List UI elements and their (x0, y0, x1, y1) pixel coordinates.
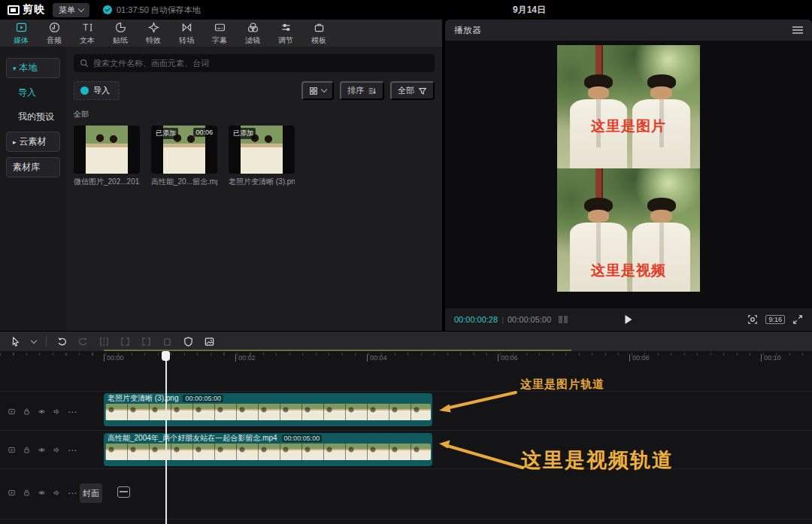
timeline-clip-image[interactable]: 老照片变清晰 (3).png 00:00:05:00 (104, 393, 432, 426)
sidebar-item-presets[interactable]: 我的预设 (6, 108, 60, 126)
sidebar-item-import[interactable]: 导入 (6, 83, 60, 102)
sort-button[interactable]: 排序 (340, 81, 384, 100)
track-type-icon[interactable] (8, 407, 16, 416)
ruler-tick: 00:08 (629, 354, 650, 362)
mask-shield-icon[interactable] (183, 336, 194, 347)
eye-icon[interactable] (38, 407, 46, 416)
undo-icon[interactable] (56, 336, 68, 347)
view-mode-button[interactable] (301, 81, 334, 100)
chevron-down-icon (321, 86, 327, 92)
tab-templates[interactable]: 模板 (302, 20, 335, 47)
autosave-text: 01:37:50 自动保存本地 (117, 5, 201, 16)
caret-right-icon: ▸ (13, 138, 17, 146)
toolbar-divider (46, 336, 47, 347)
more-options-icon[interactable]: ⋯ (68, 448, 77, 453)
speaker-icon[interactable] (53, 407, 61, 416)
track-header-empty: ⋯ (8, 488, 77, 498)
tab-adjust[interactable]: 调节 (269, 20, 302, 47)
text-icon (81, 21, 94, 34)
player-right-controls: 9:16 (747, 314, 803, 325)
media-grid: 微信图片_202...2013.jpg 已添加 00:06 高性能_20...留… (74, 126, 435, 187)
track-divider (0, 430, 812, 431)
sidebar-label: 云素材 (20, 135, 47, 148)
fit-scan-icon[interactable] (747, 314, 758, 325)
track-header-video: ⋯ (8, 445, 77, 455)
play-button[interactable] (626, 315, 632, 324)
player-menu-icon[interactable] (792, 24, 803, 35)
player-panel: 播放器 这里是图片 这里是视频 (445, 20, 812, 331)
playhead-handle[interactable] (162, 351, 170, 361)
lock-icon[interactable] (23, 445, 31, 455)
more-options-icon[interactable]: ⋯ (68, 491, 77, 495)
added-badge: 已添加 (231, 128, 256, 139)
end-frame-icon[interactable] (117, 486, 130, 498)
tab-effects[interactable]: 特效 (137, 20, 170, 47)
grid-view-icon (309, 86, 318, 95)
aspect-ratio-button[interactable]: 9:16 (765, 315, 785, 324)
redo-icon[interactable] (77, 336, 89, 347)
annotation-image-track: 这里是图片轨道 (520, 377, 604, 392)
speaker-icon[interactable] (53, 445, 61, 455)
split-icon[interactable] (98, 336, 110, 347)
cover-button[interactable]: 封面 (80, 483, 102, 503)
media-thumbnail[interactable]: 已添加 00:06 (151, 126, 217, 174)
import-button[interactable]: 导入 (74, 81, 120, 100)
select-cursor-icon[interactable] (11, 336, 22, 347)
tab-text[interactable]: 文本 (71, 20, 104, 47)
eye-icon[interactable] (38, 445, 46, 455)
eye-icon[interactable] (38, 488, 46, 498)
media-item[interactable]: 微信图片_202...2013.jpg (74, 126, 140, 187)
track-divider (0, 391, 812, 392)
delete-left-icon[interactable] (120, 336, 131, 347)
ruler-tick: 00:06 (498, 354, 518, 362)
timeline-ruler[interactable]: 00:00 00:02 00:04 00:06 00:08 00:10 (0, 351, 812, 365)
speaker-icon[interactable] (53, 488, 61, 498)
tab-captions[interactable]: 字幕 (203, 20, 236, 47)
media-tab-bar: 媒体 音频 文本 贴纸 特效 (0, 20, 442, 47)
media-thumbnail[interactable] (74, 126, 140, 174)
player-header: 播放器 (445, 20, 812, 41)
logo-icon (8, 5, 20, 15)
adjust-sliders-icon (280, 21, 292, 34)
tab-filters[interactable]: 滤镜 (236, 20, 269, 47)
menu-button[interactable]: 菜单 (53, 3, 89, 17)
lock-icon[interactable] (23, 407, 31, 416)
added-badge: 已添加 (153, 128, 178, 139)
sidebar-item-cloud[interactable]: ▸ 云素材 (6, 132, 60, 152)
media-thumbnail[interactable]: 已添加 (229, 126, 295, 174)
search-input[interactable] (74, 54, 435, 72)
media-icon (15, 21, 28, 34)
preview-quality-icon[interactable] (559, 316, 568, 323)
lock-icon[interactable] (23, 488, 31, 498)
tab-audio[interactable]: 音频 (38, 20, 71, 47)
arrow-to-video-track (439, 441, 450, 449)
playhead-line[interactable] (165, 351, 167, 524)
clip-title-row: 高性能_2004年_两个好朋友站在一起合影留念.mp4 00:00:05:00 (104, 433, 432, 444)
filter-button[interactable]: 全部 (390, 81, 435, 100)
image-frame-icon[interactable] (204, 336, 215, 347)
delete-icon[interactable] (162, 336, 173, 347)
fullscreen-icon[interactable] (792, 314, 803, 325)
templates-icon (313, 21, 326, 34)
delete-right-icon[interactable] (141, 336, 152, 347)
sidebar-item-local[interactable]: ▾ 本地 (6, 58, 60, 78)
tab-transition[interactable]: 转场 (170, 20, 203, 47)
chevron-down-icon[interactable] (31, 337, 37, 343)
timeline-clip-video[interactable]: 高性能_2004年_两个好朋友站在一起合影留念.mp4 00:00:05:00 (104, 433, 432, 466)
duration-badge: 00:06 (193, 128, 215, 137)
overlay-image-label: 这里是图片 (557, 117, 700, 136)
track-type-icon[interactable] (8, 445, 16, 455)
track-type-icon[interactable] (8, 488, 16, 498)
menu-label: 菜单 (59, 5, 75, 16)
sidebar-item-library[interactable]: 素材库 (6, 157, 60, 177)
clip-duration: 00:00:05:00 (183, 395, 223, 402)
media-item[interactable]: 已添加 老照片变清晰 (3).png (229, 126, 295, 187)
tab-sticker[interactable]: 贴纸 (104, 20, 137, 47)
media-item[interactable]: 已添加 00:06 高性能_20...留念.mp4 (151, 126, 217, 187)
ruler-tick: 00:04 (367, 354, 387, 362)
tab-media[interactable]: 媒体 (5, 20, 38, 47)
preview-canvas[interactable]: 这里是图片 这里是视频 (557, 45, 700, 292)
search-bar (74, 54, 435, 72)
more-options-icon[interactable]: ⋯ (68, 410, 77, 414)
clip-name: 老照片变清晰 (3).png (108, 393, 178, 404)
